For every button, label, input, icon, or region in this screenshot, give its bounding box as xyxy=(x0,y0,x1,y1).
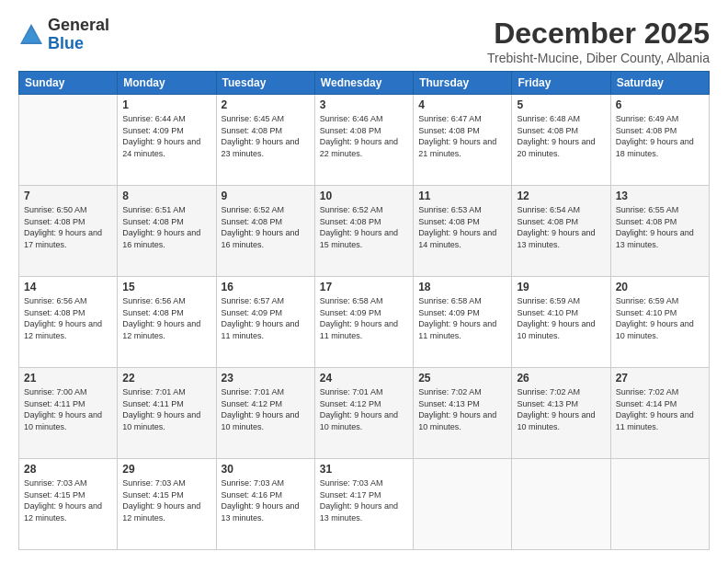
day-number: 26 xyxy=(517,372,605,385)
table-row: 17Sunrise: 6:58 AM Sunset: 4:09 PM Dayli… xyxy=(314,277,413,368)
table-row: 5Sunrise: 6:48 AM Sunset: 4:08 PM Daylig… xyxy=(512,95,610,186)
day-number: 27 xyxy=(616,372,704,385)
day-number: 20 xyxy=(616,281,704,293)
day-number: 5 xyxy=(517,98,605,111)
logo-icon xyxy=(18,22,44,48)
day-info: Sunrise: 6:50 AM Sunset: 4:08 PM Dayligh… xyxy=(24,204,112,250)
day-info: Sunrise: 7:01 AM Sunset: 4:12 PM Dayligh… xyxy=(320,386,408,432)
day-number: 28 xyxy=(24,463,112,476)
day-number: 9 xyxy=(222,190,310,202)
table-row: 30Sunrise: 7:03 AM Sunset: 4:16 PM Dayli… xyxy=(216,459,314,550)
header-sunday: Sunday xyxy=(19,72,118,95)
day-info: Sunrise: 7:00 AM Sunset: 4:11 PM Dayligh… xyxy=(24,386,112,432)
calendar-header-row: Sunday Monday Tuesday Wednesday Thursday… xyxy=(19,72,710,95)
table-row: 7Sunrise: 6:50 AM Sunset: 4:08 PM Daylig… xyxy=(19,186,118,277)
day-info: Sunrise: 6:56 AM Sunset: 4:08 PM Dayligh… xyxy=(24,295,112,341)
table-row: 1Sunrise: 6:44 AM Sunset: 4:09 PM Daylig… xyxy=(118,95,216,186)
day-number: 8 xyxy=(122,190,210,202)
day-info: Sunrise: 6:47 AM Sunset: 4:08 PM Dayligh… xyxy=(418,113,506,159)
header-tuesday: Tuesday xyxy=(216,72,314,95)
header-wednesday: Wednesday xyxy=(314,72,413,95)
table-row: 20Sunrise: 6:59 AM Sunset: 4:10 PM Dayli… xyxy=(610,277,709,368)
day-info: Sunrise: 6:53 AM Sunset: 4:08 PM Dayligh… xyxy=(418,204,506,250)
table-row: 31Sunrise: 7:03 AM Sunset: 4:17 PM Dayli… xyxy=(314,459,413,550)
day-info: Sunrise: 7:03 AM Sunset: 4:16 PM Dayligh… xyxy=(222,477,310,523)
calendar: Sunday Monday Tuesday Wednesday Thursday… xyxy=(18,71,710,550)
top-section: General Blue December 2025 Trebisht-Muci… xyxy=(18,17,710,65)
day-number: 17 xyxy=(320,281,408,293)
table-row: 12Sunrise: 6:54 AM Sunset: 4:08 PM Dayli… xyxy=(512,186,610,277)
table-row: 16Sunrise: 6:57 AM Sunset: 4:09 PM Dayli… xyxy=(216,277,314,368)
day-number: 30 xyxy=(222,463,310,476)
table-row xyxy=(414,459,512,550)
day-info: Sunrise: 7:02 AM Sunset: 4:13 PM Dayligh… xyxy=(418,386,506,432)
day-info: Sunrise: 6:48 AM Sunset: 4:08 PM Dayligh… xyxy=(517,113,605,159)
day-info: Sunrise: 6:51 AM Sunset: 4:08 PM Dayligh… xyxy=(122,204,210,250)
table-row: 21Sunrise: 7:00 AM Sunset: 4:11 PM Dayli… xyxy=(19,368,118,459)
day-number: 21 xyxy=(24,372,112,385)
day-info: Sunrise: 6:57 AM Sunset: 4:09 PM Dayligh… xyxy=(222,295,310,341)
svg-marker-1 xyxy=(22,28,40,42)
table-row: 14Sunrise: 6:56 AM Sunset: 4:08 PM Dayli… xyxy=(19,277,118,368)
table-row: 18Sunrise: 6:58 AM Sunset: 4:09 PM Dayli… xyxy=(414,277,512,368)
calendar-week-row: 21Sunrise: 7:00 AM Sunset: 4:11 PM Dayli… xyxy=(19,368,710,459)
table-row: 10Sunrise: 6:52 AM Sunset: 4:08 PM Dayli… xyxy=(314,186,413,277)
table-row: 2Sunrise: 6:45 AM Sunset: 4:08 PM Daylig… xyxy=(216,95,314,186)
table-row: 27Sunrise: 7:02 AM Sunset: 4:14 PM Dayli… xyxy=(610,368,709,459)
table-row: 9Sunrise: 6:52 AM Sunset: 4:08 PM Daylig… xyxy=(216,186,314,277)
table-row: 3Sunrise: 6:46 AM Sunset: 4:08 PM Daylig… xyxy=(314,95,413,186)
day-number: 25 xyxy=(418,372,506,385)
table-row xyxy=(512,459,610,550)
calendar-week-row: 14Sunrise: 6:56 AM Sunset: 4:08 PM Dayli… xyxy=(19,277,710,368)
logo-text: General Blue xyxy=(48,17,109,53)
logo-blue: Blue xyxy=(48,34,84,52)
calendar-week-row: 1Sunrise: 6:44 AM Sunset: 4:09 PM Daylig… xyxy=(19,95,710,186)
table-row: 22Sunrise: 7:01 AM Sunset: 4:11 PM Dayli… xyxy=(118,368,216,459)
day-number: 10 xyxy=(320,190,408,202)
table-row xyxy=(19,95,118,186)
table-row: 23Sunrise: 7:01 AM Sunset: 4:12 PM Dayli… xyxy=(216,368,314,459)
logo: General Blue xyxy=(18,17,109,53)
day-number: 23 xyxy=(222,372,310,385)
table-row: 26Sunrise: 7:02 AM Sunset: 4:13 PM Dayli… xyxy=(512,368,610,459)
table-row: 11Sunrise: 6:53 AM Sunset: 4:08 PM Dayli… xyxy=(414,186,512,277)
month-year: December 2025 xyxy=(487,17,710,51)
location: Trebisht-Mucine, Diber County, Albania xyxy=(487,51,710,65)
day-number: 12 xyxy=(517,190,605,202)
day-number: 11 xyxy=(418,190,506,202)
table-row: 19Sunrise: 6:59 AM Sunset: 4:10 PM Dayli… xyxy=(512,277,610,368)
table-row: 8Sunrise: 6:51 AM Sunset: 4:08 PM Daylig… xyxy=(118,186,216,277)
day-info: Sunrise: 6:46 AM Sunset: 4:08 PM Dayligh… xyxy=(320,113,408,159)
table-row: 15Sunrise: 6:56 AM Sunset: 4:08 PM Dayli… xyxy=(118,277,216,368)
day-number: 3 xyxy=(320,98,408,111)
day-info: Sunrise: 6:52 AM Sunset: 4:08 PM Dayligh… xyxy=(222,204,310,250)
day-info: Sunrise: 7:03 AM Sunset: 4:15 PM Dayligh… xyxy=(122,477,210,523)
day-info: Sunrise: 6:49 AM Sunset: 4:08 PM Dayligh… xyxy=(616,113,704,159)
day-number: 24 xyxy=(320,372,408,385)
table-row: 29Sunrise: 7:03 AM Sunset: 4:15 PM Dayli… xyxy=(118,459,216,550)
page: General Blue December 2025 Trebisht-Muci… xyxy=(0,0,728,563)
day-info: Sunrise: 6:54 AM Sunset: 4:08 PM Dayligh… xyxy=(517,204,605,250)
day-number: 16 xyxy=(222,281,310,293)
day-number: 18 xyxy=(418,281,506,293)
day-info: Sunrise: 6:45 AM Sunset: 4:08 PM Dayligh… xyxy=(222,113,310,159)
header-saturday: Saturday xyxy=(610,72,709,95)
day-number: 29 xyxy=(122,463,210,476)
day-info: Sunrise: 7:01 AM Sunset: 4:11 PM Dayligh… xyxy=(122,386,210,432)
header-thursday: Thursday xyxy=(414,72,512,95)
day-info: Sunrise: 6:56 AM Sunset: 4:08 PM Dayligh… xyxy=(122,295,210,341)
day-number: 31 xyxy=(320,463,408,476)
table-row: 28Sunrise: 7:03 AM Sunset: 4:15 PM Dayli… xyxy=(19,459,118,550)
day-number: 6 xyxy=(616,98,704,111)
day-info: Sunrise: 6:44 AM Sunset: 4:09 PM Dayligh… xyxy=(122,113,210,159)
day-number: 2 xyxy=(222,98,310,111)
day-info: Sunrise: 6:59 AM Sunset: 4:10 PM Dayligh… xyxy=(616,295,704,341)
table-row: 4Sunrise: 6:47 AM Sunset: 4:08 PM Daylig… xyxy=(414,95,512,186)
title-section: December 2025 Trebisht-Mucine, Diber Cou… xyxy=(487,17,710,65)
table-row: 24Sunrise: 7:01 AM Sunset: 4:12 PM Dayli… xyxy=(314,368,413,459)
day-number: 14 xyxy=(24,281,112,293)
calendar-week-row: 7Sunrise: 6:50 AM Sunset: 4:08 PM Daylig… xyxy=(19,186,710,277)
table-row: 25Sunrise: 7:02 AM Sunset: 4:13 PM Dayli… xyxy=(414,368,512,459)
table-row: 6Sunrise: 6:49 AM Sunset: 4:08 PM Daylig… xyxy=(610,95,709,186)
table-row: 13Sunrise: 6:55 AM Sunset: 4:08 PM Dayli… xyxy=(610,186,709,277)
